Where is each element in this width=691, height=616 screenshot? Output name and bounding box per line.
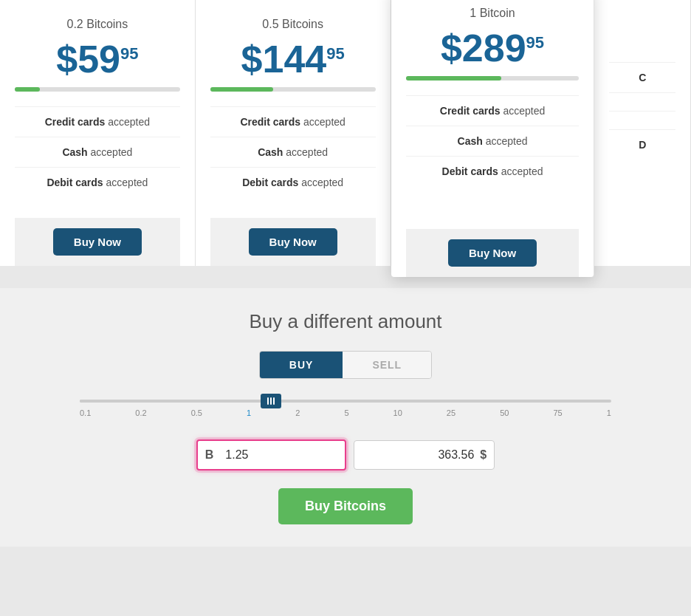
slider-label-5: 5 <box>344 408 348 417</box>
buy-now-button-1[interactable]: Buy Now <box>448 239 537 267</box>
slider-fill <box>80 400 266 403</box>
card-0-5-title: 0.5 Bitcoins <box>262 18 323 31</box>
card-0-5-bar <box>210 87 376 92</box>
slider-label-0-2: 0.2 <box>135 408 146 417</box>
grip-line-2 <box>270 397 272 405</box>
pricing-card-partial: C D <box>594 0 691 266</box>
slider-thumb-grip <box>267 397 275 405</box>
card-0-2-price: $5995 <box>56 40 138 78</box>
card-0-5-feature-1: Credit cards accepted <box>210 106 376 137</box>
partial-spacer1 <box>609 92 675 111</box>
btc-symbol-label: B <box>202 442 217 468</box>
btc-amount-input[interactable] <box>222 442 340 468</box>
slider-label-25: 25 <box>447 408 455 417</box>
card-0-5-bar-fill <box>210 87 273 92</box>
partial-feature-1: C <box>609 62 675 92</box>
card-1-footer: Buy Now <box>406 229 580 277</box>
card-1-title: 1 Bitcoin <box>470 7 515 20</box>
slider-labels: 0.1 0.2 0.5 1 2 5 10 25 50 75 1 <box>80 408 611 417</box>
amount-slider-container: 0.1 0.2 0.5 1 2 5 10 25 50 75 1 <box>80 400 611 417</box>
slider-label-10: 10 <box>393 408 402 417</box>
partial-feature-debit: D <box>609 129 675 160</box>
card-0-5-feature-2: Cash accepted <box>210 137 376 167</box>
card-1-feature-2: Cash accepted <box>406 126 580 156</box>
slider-label-1: 1 <box>247 408 251 417</box>
usd-input-wrapper: $ <box>354 440 495 470</box>
buy-now-button-0-5[interactable]: Buy Now <box>249 228 337 256</box>
card-0-2-bar-fill <box>15 87 40 92</box>
slider-track <box>80 400 611 403</box>
sell-toggle-button[interactable]: SELL <box>343 352 431 378</box>
pricing-section: 0.2 Bitcoins $5995 Credit cards accepted… <box>0 0 691 288</box>
pricing-card-0-2: 0.2 Bitcoins $5995 Credit cards accepted… <box>0 0 196 266</box>
card-1-feature-3: Debit cards accepted <box>406 156 580 186</box>
pricing-card-1: 1 Bitcoin $28995 Credit cards accepted C… <box>391 0 595 277</box>
card-0-2-title: 0.2 Bitcoins <box>67 18 128 31</box>
slider-label-2: 2 <box>295 408 300 417</box>
card-0-2-feature-3: Debit cards accepted <box>15 167 180 197</box>
card-0-5-price: $14495 <box>241 40 345 78</box>
slider-label-0-1: 0.1 <box>80 408 91 417</box>
card-0-5-feature-3: Debit cards accepted <box>210 167 376 197</box>
card-0-2-feature-1: Credit cards accepted <box>15 106 180 137</box>
buy-toggle-button[interactable]: BUY <box>260 352 343 378</box>
grip-line-1 <box>267 397 269 405</box>
usd-amount-input[interactable] <box>359 442 477 468</box>
card-0-2-footer: Buy Now <box>15 218 180 266</box>
slider-label-100: 1 <box>607 408 611 417</box>
card-0-2-feature-2: Cash accepted <box>15 137 180 167</box>
partial-spacer2 <box>609 111 675 129</box>
slider-label-0-5: 0.5 <box>191 408 202 417</box>
bottom-section: Buy a different amount BUY SELL 0.1 0.2 … <box>0 288 691 547</box>
card-1-feature-1: Credit cards accepted <box>406 95 580 126</box>
grip-line-3 <box>273 397 275 405</box>
slider-label-50: 50 <box>500 408 509 417</box>
card-1-bar-fill <box>406 76 501 81</box>
buy-sell-toggle: BUY SELL <box>259 351 432 379</box>
slider-label-75: 75 <box>553 408 562 417</box>
usd-symbol-label: $ <box>477 442 489 468</box>
amount-input-row: B $ <box>80 439 611 470</box>
card-0-5-footer: Buy Now <box>210 218 376 266</box>
section-title: Buy a different amount <box>249 310 441 333</box>
card-1-price: $28995 <box>441 29 544 67</box>
btc-input-wrapper: B <box>196 439 347 470</box>
slider-thumb[interactable] <box>261 394 281 408</box>
pricing-card-0-5: 0.5 Bitcoins $14495 Credit cards accepte… <box>196 0 391 266</box>
card-1-bar <box>406 76 580 81</box>
buy-bitcoins-button[interactable]: Buy Bitcoins <box>278 488 413 524</box>
buy-now-button-0-2[interactable]: Buy Now <box>53 228 142 256</box>
card-0-2-bar <box>15 87 180 92</box>
